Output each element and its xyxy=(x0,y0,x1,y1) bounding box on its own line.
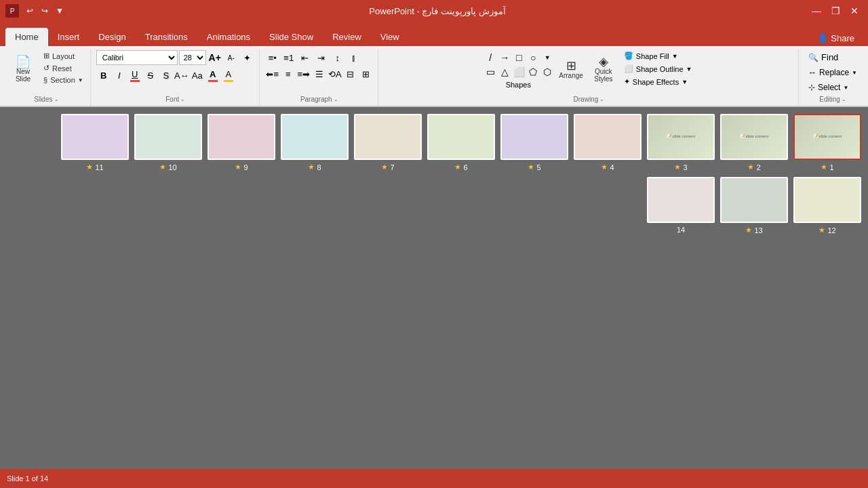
reset-button[interactable]: ↺ Reset xyxy=(41,62,86,74)
shape-effects-button[interactable]: ✦ Shape Effects ▼ xyxy=(621,76,695,87)
find-button[interactable]: 🔍 Find xyxy=(804,50,861,64)
line-spacing-button[interactable]: ↕ xyxy=(330,50,345,65)
shape-arrow-icon[interactable]: → xyxy=(497,50,512,65)
arrange-icon: ⊞ xyxy=(566,60,576,72)
slide-number: 10 xyxy=(168,163,176,171)
align-center-button[interactable]: ≡ xyxy=(281,66,296,81)
change-case-button[interactable]: Aa xyxy=(190,68,205,83)
slide-thumb-item[interactable]: 14 xyxy=(647,177,715,235)
decrease-font-button[interactable]: A- xyxy=(224,50,239,65)
qa-dropdown-button[interactable]: ▼ xyxy=(53,4,66,18)
font-name-select[interactable]: Calibri xyxy=(96,50,178,65)
maximize-button[interactable]: ❐ xyxy=(827,4,844,18)
smartart-button[interactable]: ⊞ xyxy=(359,66,374,81)
shape-pentagon-icon[interactable]: ⬠ xyxy=(526,64,540,79)
select-dropdown-icon: ▼ xyxy=(843,85,848,91)
slide-thumb-item[interactable]: 📝 slide content★1 xyxy=(793,114,861,171)
arrange-button[interactable]: ⊞ Arrange xyxy=(556,50,586,88)
shadow-button[interactable]: S xyxy=(159,68,174,83)
editing-group-label: Editing ⌄ xyxy=(804,94,861,104)
slide-thumb-item[interactable]: ★7 xyxy=(354,114,422,171)
justify-button[interactable]: ☰ xyxy=(312,66,327,81)
bullet-list-button[interactable]: ≡• xyxy=(265,50,280,65)
shape-outline-dropdown-icon: ▼ xyxy=(686,66,692,73)
editing-expand-icon[interactable]: ⌄ xyxy=(842,96,846,102)
shape-dropdown-icon[interactable]: ▼ xyxy=(540,50,555,65)
font-size-select[interactable]: 28 xyxy=(179,50,206,65)
slide-thumb-item[interactable]: 📝 slide content★3 xyxy=(647,114,715,171)
slide-thumb-item[interactable]: 📝 slide content★2 xyxy=(720,114,788,171)
text-highlight-button[interactable]: A xyxy=(221,68,236,83)
font-expand-icon[interactable]: ⌄ xyxy=(180,96,185,102)
tab-review[interactable]: Review xyxy=(323,28,371,46)
decrease-indent-button[interactable]: ⇤ xyxy=(298,50,313,65)
slide-thumb-item[interactable]: ★5 xyxy=(500,114,568,171)
minimize-button[interactable]: — xyxy=(808,4,825,18)
slide-thumb-item[interactable]: ★11 xyxy=(61,114,129,171)
shape-line-icon[interactable]: / xyxy=(483,50,498,65)
slide-thumb-item[interactable]: ★4 xyxy=(574,114,642,171)
slide-thumb-item[interactable]: ★6 xyxy=(427,114,495,171)
editing-buttons: 🔍 Find ↔ Replace ▼ ⊹ Select ▼ xyxy=(804,50,861,94)
slides-expand-icon[interactable]: ⌄ xyxy=(54,96,59,102)
slide-number: 11 xyxy=(95,163,103,171)
increase-indent-button[interactable]: ⇥ xyxy=(314,50,329,65)
char-spacing-button[interactable]: A↔ xyxy=(174,68,189,83)
redo-button[interactable]: ↪ xyxy=(38,4,52,18)
columns-button[interactable]: ⫿ xyxy=(347,50,361,65)
slide-thumb-item[interactable]: ★9 xyxy=(208,114,275,171)
section-button[interactable]: § Section ▼ xyxy=(41,75,86,85)
drawing-expand-icon[interactable]: ⌄ xyxy=(599,96,604,102)
font-color-button[interactable]: A xyxy=(205,68,220,83)
new-slide-button[interactable]: 📄 New Slide xyxy=(7,50,39,88)
underline-button[interactable]: U xyxy=(127,68,142,83)
italic-button[interactable]: I xyxy=(112,68,127,83)
slide-thumbnail: 📝 slide content xyxy=(647,114,715,160)
shape-rounded-rect-icon[interactable]: ▭ xyxy=(483,64,498,79)
shape-circle-icon[interactable]: ○ xyxy=(526,50,540,65)
paragraph-group-content: ≡• ≡1 ⇤ ⇥ ↕ ⫿ ⬅≡ ≡ ≡➡ ☰ ⟲A ⊟ ⊞ xyxy=(265,50,374,94)
strikethrough-button[interactable]: S xyxy=(143,68,158,83)
select-button[interactable]: ⊹ Select ▼ xyxy=(804,81,861,94)
layout-button[interactable]: ⊞ Layout xyxy=(41,50,86,62)
tab-slideshow[interactable]: Slide Show xyxy=(260,28,323,46)
text-direction-button[interactable]: ⟲A xyxy=(328,66,342,81)
shape-fill-button[interactable]: 🪣 Shape Fill ▼ xyxy=(621,50,695,62)
align-left-button[interactable]: ⬅≡ xyxy=(265,66,280,81)
slide-thumb-item[interactable]: ★12 xyxy=(793,177,861,235)
shape-rect-icon[interactable]: □ xyxy=(511,50,526,65)
tab-insert[interactable]: Insert xyxy=(48,28,90,46)
tab-design[interactable]: Design xyxy=(89,28,135,46)
slide-thumbnail xyxy=(208,114,275,160)
shape-triangle-icon[interactable]: △ xyxy=(497,64,512,79)
slides-group: 📄 New Slide ⊞ Layout ↺ Reset § Section xyxy=(3,49,91,106)
tab-home[interactable]: Home xyxy=(5,28,48,46)
shape-more-icon[interactable]: ⬡ xyxy=(540,64,555,79)
slide-label: ★7 xyxy=(381,163,394,171)
slide-thumb-item[interactable]: ★10 xyxy=(134,114,202,171)
shape-fill-dropdown-icon: ▼ xyxy=(672,53,678,60)
font-group: Calibri 28 A+ A- ✦ B I U xyxy=(92,49,260,106)
shape-outline-button[interactable]: ⬜ Shape Outline ▼ xyxy=(621,63,695,75)
undo-button[interactable]: ↩ xyxy=(23,4,37,18)
slide-thumb-item[interactable]: ★8 xyxy=(281,114,349,171)
close-button[interactable]: ✕ xyxy=(846,4,863,18)
tab-animations[interactable]: Animations xyxy=(197,28,260,46)
replace-dropdown-icon: ▼ xyxy=(852,70,857,76)
replace-button[interactable]: ↔ Replace ▼ xyxy=(804,66,861,79)
numbered-list-button[interactable]: ≡1 xyxy=(281,50,296,65)
bold-button[interactable]: B xyxy=(96,68,111,83)
slide-count: Slide 1 of 14 xyxy=(7,474,48,483)
clear-format-button[interactable]: ✦ xyxy=(240,50,255,65)
para-expand-icon[interactable]: ⌄ xyxy=(334,96,338,102)
align-text-button[interactable]: ⊟ xyxy=(343,66,358,81)
tab-view[interactable]: View xyxy=(371,28,409,46)
tab-transitions[interactable]: Transitions xyxy=(136,28,197,46)
quick-styles-button[interactable]: ◈ Quick Styles xyxy=(589,50,618,88)
share-button[interactable]: 👤 Share xyxy=(809,30,863,46)
shape-right-arrow-icon[interactable]: ⬜ xyxy=(511,64,526,79)
increase-font-button[interactable]: A+ xyxy=(208,50,222,65)
align-right-button[interactable]: ≡➡ xyxy=(296,66,311,81)
slide-thumb-item[interactable]: ★13 xyxy=(720,177,788,235)
drawing-group-content: / → □ ○ ▼ ▭ △ ⬜ ⬠ ⬡ Shapes xyxy=(483,50,694,94)
